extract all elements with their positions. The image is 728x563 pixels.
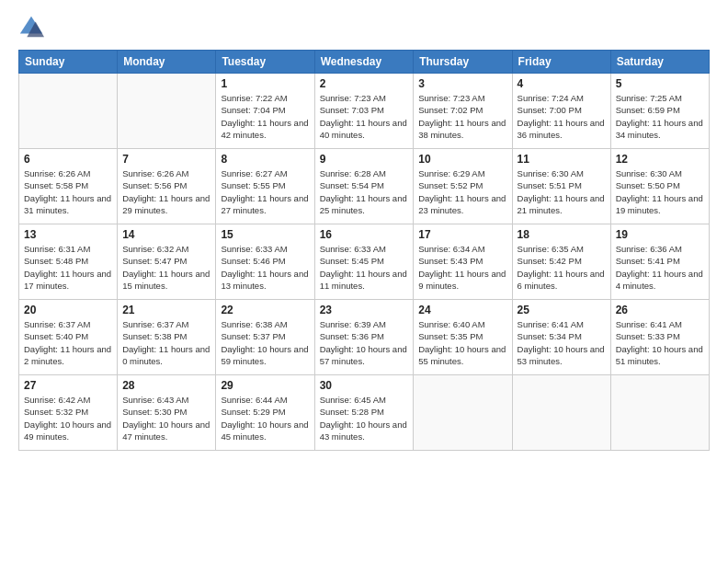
day-info: Sunrise: 6:32 AM Sunset: 5:47 PM Dayligh… [122, 243, 210, 292]
day-cell: 4Sunrise: 7:24 AM Sunset: 7:00 PM Daylig… [512, 74, 610, 149]
day-cell [19, 74, 118, 149]
day-number: 24 [418, 304, 506, 316]
day-info: Sunrise: 7:23 AM Sunset: 7:02 PM Dayligh… [418, 92, 506, 141]
day-number: 28 [122, 379, 210, 392]
day-cell [414, 375, 512, 451]
day-cell [610, 375, 709, 451]
day-number: 21 [122, 304, 210, 316]
header [18, 15, 710, 40]
day-info: Sunrise: 6:40 AM Sunset: 5:35 PM Dayligh… [418, 318, 506, 367]
day-info: Sunrise: 6:43 AM Sunset: 5:30 PM Dayligh… [122, 394, 210, 442]
day-cell: 9Sunrise: 6:28 AM Sunset: 5:54 PM Daylig… [314, 149, 414, 224]
week-row-5: 27Sunrise: 6:42 AM Sunset: 5:32 PM Dayli… [19, 375, 710, 451]
day-number: 23 [320, 304, 409, 316]
calendar-header-row: SundayMondayTuesdayWednesdayThursdayFrid… [19, 51, 710, 74]
day-info: Sunrise: 6:28 AM Sunset: 5:54 PM Dayligh… [320, 167, 409, 216]
day-cell: 19Sunrise: 6:36 AM Sunset: 5:41 PM Dayli… [610, 224, 709, 300]
day-cell: 27Sunrise: 6:42 AM Sunset: 5:32 PM Dayli… [19, 375, 118, 451]
col-header-tuesday: Tuesday [216, 51, 314, 74]
day-info: Sunrise: 6:30 AM Sunset: 5:51 PM Dayligh… [518, 167, 606, 216]
day-number: 30 [320, 379, 409, 392]
day-cell: 2Sunrise: 7:23 AM Sunset: 7:03 PM Daylig… [314, 74, 414, 149]
day-cell: 24Sunrise: 6:40 AM Sunset: 5:35 PM Dayli… [414, 300, 512, 375]
day-cell: 15Sunrise: 6:33 AM Sunset: 5:46 PM Dayli… [216, 224, 314, 300]
day-info: Sunrise: 6:38 AM Sunset: 5:37 PM Dayligh… [221, 318, 309, 367]
col-header-sunday: Sunday [19, 51, 118, 74]
col-header-wednesday: Wednesday [314, 51, 414, 74]
day-info: Sunrise: 6:41 AM Sunset: 5:34 PM Dayligh… [518, 318, 606, 367]
day-number: 9 [320, 153, 409, 166]
day-cell: 18Sunrise: 6:35 AM Sunset: 5:42 PM Dayli… [512, 224, 610, 300]
day-number: 1 [221, 77, 309, 90]
day-cell: 12Sunrise: 6:30 AM Sunset: 5:50 PM Dayli… [610, 149, 709, 224]
day-cell: 1Sunrise: 7:22 AM Sunset: 7:04 PM Daylig… [216, 74, 314, 149]
day-cell: 17Sunrise: 6:34 AM Sunset: 5:43 PM Dayli… [414, 224, 512, 300]
day-info: Sunrise: 6:33 AM Sunset: 5:46 PM Dayligh… [221, 243, 309, 292]
day-number: 7 [122, 153, 210, 166]
day-cell: 14Sunrise: 6:32 AM Sunset: 5:47 PM Dayli… [118, 224, 216, 300]
day-info: Sunrise: 7:25 AM Sunset: 6:59 PM Dayligh… [616, 92, 704, 141]
day-info: Sunrise: 6:31 AM Sunset: 5:48 PM Dayligh… [24, 243, 112, 292]
day-cell: 3Sunrise: 7:23 AM Sunset: 7:02 PM Daylig… [414, 74, 512, 149]
day-number: 4 [518, 77, 606, 90]
day-number: 11 [518, 153, 606, 166]
day-info: Sunrise: 6:39 AM Sunset: 5:36 PM Dayligh… [320, 318, 409, 367]
day-number: 12 [616, 153, 704, 166]
day-info: Sunrise: 6:44 AM Sunset: 5:29 PM Dayligh… [221, 394, 309, 442]
day-number: 22 [221, 304, 309, 316]
logo-icon [18, 15, 44, 40]
day-cell: 26Sunrise: 6:41 AM Sunset: 5:33 PM Dayli… [610, 300, 709, 375]
day-number: 13 [24, 228, 112, 241]
day-info: Sunrise: 6:29 AM Sunset: 5:52 PM Dayligh… [418, 167, 506, 216]
day-cell: 30Sunrise: 6:45 AM Sunset: 5:28 PM Dayli… [314, 375, 414, 451]
day-number: 29 [221, 379, 309, 392]
day-info: Sunrise: 6:34 AM Sunset: 5:43 PM Dayligh… [418, 243, 506, 292]
day-number: 6 [24, 153, 112, 166]
day-info: Sunrise: 6:42 AM Sunset: 5:32 PM Dayligh… [24, 394, 112, 442]
day-cell: 29Sunrise: 6:44 AM Sunset: 5:29 PM Dayli… [216, 375, 314, 451]
day-cell: 28Sunrise: 6:43 AM Sunset: 5:30 PM Dayli… [118, 375, 216, 451]
day-cell: 13Sunrise: 6:31 AM Sunset: 5:48 PM Dayli… [19, 224, 118, 300]
day-cell: 10Sunrise: 6:29 AM Sunset: 5:52 PM Dayli… [414, 149, 512, 224]
day-number: 27 [24, 379, 112, 392]
col-header-monday: Monday [118, 51, 216, 74]
col-header-friday: Friday [512, 51, 610, 74]
day-info: Sunrise: 7:22 AM Sunset: 7:04 PM Dayligh… [221, 92, 309, 141]
week-row-2: 6Sunrise: 6:26 AM Sunset: 5:58 PM Daylig… [19, 149, 710, 224]
day-info: Sunrise: 7:23 AM Sunset: 7:03 PM Dayligh… [320, 92, 409, 141]
logo [18, 15, 48, 40]
day-number: 19 [616, 228, 704, 241]
day-number: 8 [221, 153, 309, 166]
day-number: 26 [616, 304, 704, 316]
day-number: 17 [418, 228, 506, 241]
day-info: Sunrise: 6:36 AM Sunset: 5:41 PM Dayligh… [616, 243, 704, 292]
day-number: 10 [418, 153, 506, 166]
day-number: 3 [418, 77, 506, 90]
day-info: Sunrise: 6:41 AM Sunset: 5:33 PM Dayligh… [616, 318, 704, 367]
day-info: Sunrise: 6:45 AM Sunset: 5:28 PM Dayligh… [320, 394, 409, 442]
day-cell: 5Sunrise: 7:25 AM Sunset: 6:59 PM Daylig… [610, 74, 709, 149]
col-header-thursday: Thursday [414, 51, 512, 74]
day-number: 20 [24, 304, 112, 316]
day-cell: 11Sunrise: 6:30 AM Sunset: 5:51 PM Dayli… [512, 149, 610, 224]
day-cell: 20Sunrise: 6:37 AM Sunset: 5:40 PM Dayli… [19, 300, 118, 375]
day-number: 5 [616, 77, 704, 90]
day-info: Sunrise: 6:33 AM Sunset: 5:45 PM Dayligh… [320, 243, 409, 292]
day-cell [118, 74, 216, 149]
day-cell: 23Sunrise: 6:39 AM Sunset: 5:36 PM Dayli… [314, 300, 414, 375]
day-number: 15 [221, 228, 309, 241]
week-row-1: 1Sunrise: 7:22 AM Sunset: 7:04 PM Daylig… [19, 74, 710, 149]
day-cell: 8Sunrise: 6:27 AM Sunset: 5:55 PM Daylig… [216, 149, 314, 224]
day-number: 25 [518, 304, 606, 316]
day-cell: 6Sunrise: 6:26 AM Sunset: 5:58 PM Daylig… [19, 149, 118, 224]
page: SundayMondayTuesdayWednesdayThursdayFrid… [0, 0, 728, 563]
day-number: 2 [320, 77, 409, 90]
day-cell [512, 375, 610, 451]
day-info: Sunrise: 6:26 AM Sunset: 5:56 PM Dayligh… [122, 167, 210, 216]
col-header-saturday: Saturday [610, 51, 709, 74]
day-cell: 16Sunrise: 6:33 AM Sunset: 5:45 PM Dayli… [314, 224, 414, 300]
day-cell: 21Sunrise: 6:37 AM Sunset: 5:38 PM Dayli… [118, 300, 216, 375]
day-cell: 22Sunrise: 6:38 AM Sunset: 5:37 PM Dayli… [216, 300, 314, 375]
day-number: 16 [320, 228, 409, 241]
day-cell: 7Sunrise: 6:26 AM Sunset: 5:56 PM Daylig… [118, 149, 216, 224]
